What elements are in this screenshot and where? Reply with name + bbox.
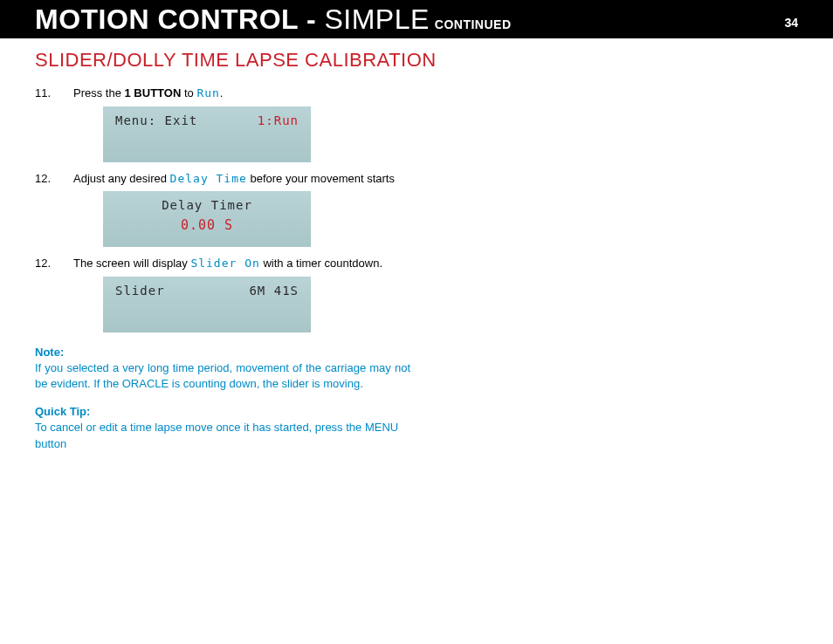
lcd-run: 1:Run — [258, 113, 299, 127]
step-body: Adjust any desired Delay Time before you… — [73, 171, 395, 187]
lcd-timer-value: 6M 41S — [249, 284, 299, 298]
step-12b: 12. The screen will display Slider On wi… — [35, 256, 798, 271]
lcd-screen-1: Menu: Exit 1:Run — [103, 106, 311, 162]
step-number: 11. — [35, 86, 73, 101]
step-text: . — [220, 86, 224, 99]
step-body: The screen will display Slider On with a… — [73, 256, 382, 271]
lcd-delay-title: Delay Timer — [115, 198, 299, 212]
step-text: The screen will display — [73, 257, 190, 270]
page-header: MOTION CONTROL - SIMPLE CONTINUED 34 — [0, 0, 833, 38]
step-bold: 1 BUTTON — [125, 86, 182, 99]
step-text: before your movement starts — [247, 172, 395, 185]
header-title-main: MOTION CONTROL - — [35, 3, 324, 35]
tip-block: Quick Tip: To cancel or edit a time laps… — [35, 404, 410, 452]
note-text: If you selected a very long time period,… — [35, 360, 410, 392]
step-body: Press the 1 BUTTON to Run. — [73, 86, 223, 101]
section-title: SLIDER/DOLLY TIME LAPSE CALIBRATION — [35, 49, 798, 72]
lcd-screen-2: Delay Timer 0.00 S — [103, 191, 311, 247]
lcd-delay-value: 0.00 S — [115, 217, 299, 233]
step-text: Press the — [73, 86, 125, 99]
lcd-menu-exit: Menu: Exit — [115, 113, 197, 127]
note-block: Note: If you selected a very long time p… — [35, 345, 410, 393]
lcd-inline-text: Slider On — [190, 257, 259, 270]
lcd-slider-label: Slider — [115, 284, 165, 298]
lcd-inline-text: Run — [196, 86, 219, 99]
step-number: 12. — [35, 256, 73, 271]
step-text: to — [181, 86, 196, 99]
step-text: with a timer countdown. — [260, 257, 382, 270]
tip-label: Quick Tip: — [35, 404, 410, 420]
tip-text: To cancel or edit a time lapse move once… — [35, 420, 410, 451]
note-label: Note: — [35, 345, 410, 360]
step-text: Adjust any desired — [73, 172, 170, 185]
lcd-row: Slider 6M 41S — [115, 284, 299, 298]
lcd-screen-3: Slider 6M 41S — [103, 277, 311, 332]
page-number: 34 — [784, 16, 798, 30]
header-title-light: SIMPLE — [324, 3, 429, 35]
lcd-inline-text: Delay Time — [170, 172, 247, 185]
step-12a: 12. Adjust any desired Delay Time before… — [35, 171, 798, 187]
header-subtitle: CONTINUED — [435, 17, 512, 38]
header-title: MOTION CONTROL - SIMPLE — [35, 3, 430, 36]
content-area: SLIDER/DOLLY TIME LAPSE CALIBRATION 11. … — [0, 38, 833, 452]
lcd-row: Menu: Exit 1:Run — [115, 113, 299, 127]
step-11: 11. Press the 1 BUTTON to Run. — [35, 86, 798, 101]
step-number: 12. — [35, 171, 73, 187]
